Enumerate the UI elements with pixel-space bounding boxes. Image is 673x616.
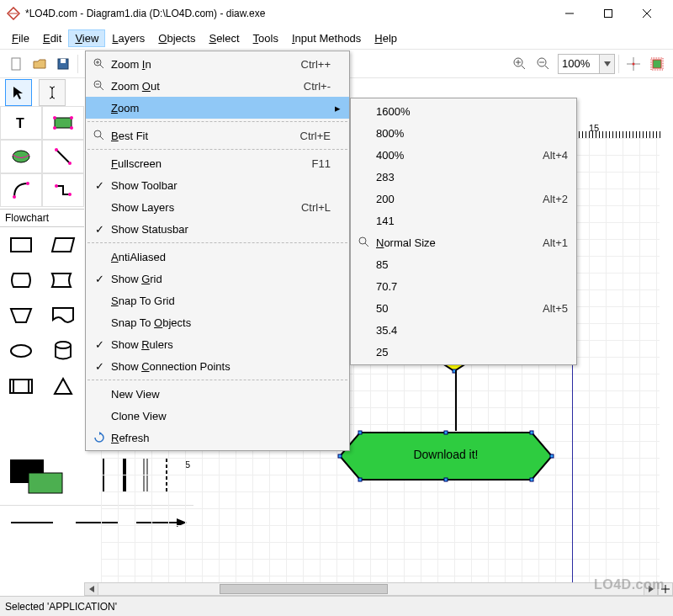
- menu-tools[interactable]: Tools: [246, 29, 285, 47]
- text-cursor-tool[interactable]: [39, 79, 66, 106]
- shape-cylinder[interactable]: [42, 333, 84, 369]
- menu-clone-view[interactable]: Clone View: [86, 405, 349, 427]
- shape-manual-op[interactable]: [0, 298, 42, 333]
- hexagon-shape-download[interactable]: Download it!: [336, 429, 555, 480]
- shape-category[interactable]: Flowchart: [0, 209, 84, 227]
- separator: [77, 55, 78, 73]
- connector-line[interactable]: [454, 370, 458, 431]
- svg-point-29: [68, 162, 72, 165]
- shape-process[interactable]: [0, 227, 42, 263]
- object-snap-button[interactable]: [646, 53, 668, 75]
- zoom-800[interactable]: 800%: [351, 122, 576, 144]
- open-button[interactable]: [29, 53, 50, 75]
- shape-predefined[interactable]: [0, 369, 42, 404]
- hexagon-text: Download it!: [336, 448, 555, 461]
- shape-stored-data[interactable]: [42, 263, 84, 298]
- arrow-start[interactable]: [0, 506, 65, 539]
- shape-parallelogram[interactable]: [42, 227, 84, 263]
- snap-button[interactable]: [623, 53, 644, 75]
- menu-select[interactable]: Select: [202, 29, 246, 47]
- menu-show-rulers[interactable]: ✓Show Rulers: [86, 333, 349, 355]
- submenu-arrow-icon: ▸: [331, 102, 341, 114]
- text-tool[interactable]: T: [0, 106, 42, 140]
- menu-edit[interactable]: Edit: [36, 29, 68, 47]
- svg-rect-5: [12, 58, 20, 70]
- menu-antialiased[interactable]: AntiAliased: [86, 246, 349, 268]
- menu-show-toolbar[interactable]: ✓Show Toolbar: [86, 174, 349, 196]
- shape-display[interactable]: [0, 263, 42, 298]
- zoom-in-icon: [91, 58, 108, 70]
- svg-point-32: [55, 184, 58, 188]
- menu-help[interactable]: Help: [368, 29, 404, 47]
- menu-best-fit[interactable]: Best FitCtrl+E: [86, 125, 349, 146]
- view-menu-dropdown: Zoom InCtrl++ Zoom OutCtrl+- Zoom▸ Best …: [85, 50, 350, 451]
- pointer-tool[interactable]: [5, 79, 32, 106]
- zoom-25[interactable]: 25: [351, 341, 576, 363]
- zoom-50[interactable]: 50Alt+5: [351, 297, 576, 319]
- shape-ellipse[interactable]: [0, 333, 42, 369]
- menu-objects[interactable]: Objects: [151, 29, 202, 47]
- zoom-value[interactable]: 100%: [559, 57, 599, 70]
- title-bar: *LO4D.com - Diagram1.dia (D:\LO4D.com) -…: [0, 0, 673, 27]
- zoom-combo[interactable]: 100%: [558, 54, 615, 74]
- menu-view[interactable]: View: [68, 29, 105, 47]
- ellipse-tool[interactable]: [0, 140, 42, 173]
- save-button[interactable]: [52, 53, 74, 75]
- zoom-200[interactable]: 200Alt+2: [351, 188, 576, 210]
- menu-input-methods[interactable]: Input Methods: [285, 29, 368, 47]
- menu-snap-objects[interactable]: Snap To Objects: [86, 311, 349, 333]
- menu-zoom-out[interactable]: Zoom OutCtrl+-: [86, 75, 349, 97]
- shape-document[interactable]: [42, 298, 84, 333]
- zoom-141[interactable]: 141: [351, 210, 576, 231]
- zigzag-tool[interactable]: [42, 173, 84, 207]
- svg-line-75: [100, 136, 103, 140]
- menu-file[interactable]: File: [5, 29, 36, 47]
- close-button[interactable]: [628, 1, 666, 26]
- minimize-button[interactable]: [550, 1, 589, 26]
- scrollbar-thumb[interactable]: [220, 584, 388, 594]
- menu-zoom-in[interactable]: Zoom InCtrl++: [86, 53, 349, 75]
- zoom-1600[interactable]: 1600%: [351, 100, 576, 122]
- zoom-400[interactable]: 400%Alt+4: [351, 144, 576, 166]
- svg-rect-62: [358, 478, 362, 481]
- svg-rect-61: [530, 431, 533, 434]
- status-text: Selected 'APPLICATION': [5, 601, 117, 613]
- menu-separator: [87, 149, 347, 150]
- menu-show-statusbar[interactable]: ✓Show Statusbar: [86, 218, 349, 240]
- menu-show-connection-points[interactable]: ✓Show Connection Points: [86, 355, 349, 377]
- separator: [618, 55, 619, 73]
- zoom-normal[interactable]: Normal SizeAlt+1: [351, 231, 576, 253]
- left-panel: T Flowchart: [0, 106, 84, 404]
- menu-zoom-submenu[interactable]: Zoom▸: [86, 97, 349, 119]
- menu-show-layers[interactable]: Show LayersCtrl+L: [86, 196, 349, 218]
- line-tool[interactable]: [42, 140, 84, 173]
- zoom-in-button[interactable]: [509, 53, 531, 75]
- check-icon: ✓: [91, 360, 108, 373]
- svg-rect-2: [605, 10, 612, 18]
- shape-extract[interactable]: [42, 369, 84, 404]
- menu-snap-grid[interactable]: Snap To Grid: [86, 289, 349, 311]
- menu-layers[interactable]: Layers: [105, 29, 151, 47]
- arc-tool[interactable]: [0, 173, 42, 207]
- best-fit-icon: [91, 130, 108, 141]
- zoom-283[interactable]: 283: [351, 166, 576, 188]
- zoom-35[interactable]: 35.4: [351, 319, 576, 341]
- check-icon: ✓: [91, 273, 108, 285]
- zoom-70[interactable]: 70.7: [351, 275, 576, 297]
- box-tool[interactable]: [42, 106, 84, 140]
- maximize-button[interactable]: [589, 1, 628, 26]
- watermark: LO4D.com: [594, 577, 665, 592]
- horizontal-scrollbar[interactable]: [84, 582, 658, 596]
- menu-show-grid[interactable]: ✓Show Grid: [86, 268, 349, 289]
- scroll-left-button[interactable]: [85, 583, 98, 595]
- svg-line-27: [56, 150, 70, 163]
- zoom-85[interactable]: 85: [351, 253, 576, 275]
- menu-refresh[interactable]: Refresh: [86, 427, 349, 449]
- zoom-out-button[interactable]: [533, 53, 554, 75]
- zoom-dropdown-button[interactable]: [599, 55, 614, 73]
- menu-fullscreen[interactable]: FullscreenF11: [86, 152, 349, 174]
- color-swatch[interactable]: [5, 454, 79, 497]
- menu-separator: [87, 242, 347, 243]
- new-doc-button[interactable]: [5, 53, 27, 75]
- menu-new-view[interactable]: New View: [86, 383, 349, 405]
